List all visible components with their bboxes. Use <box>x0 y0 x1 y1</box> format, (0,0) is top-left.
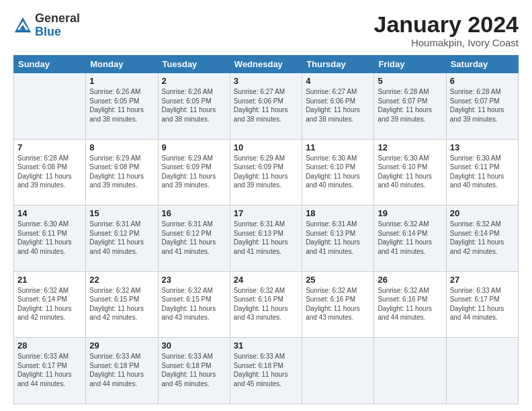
calendar-cell: 14Sunrise: 6:30 AMSunset: 6:11 PMDayligh… <box>14 205 86 272</box>
calendar-cell: 17Sunrise: 6:31 AMSunset: 6:13 PMDayligh… <box>230 205 302 272</box>
day-number: 15 <box>89 208 154 218</box>
calendar-header-thursday: Thursday <box>302 56 374 73</box>
day-info: Sunrise: 6:31 AMSunset: 6:12 PMDaylight:… <box>89 220 154 256</box>
calendar-header-sunday: Sunday <box>14 56 86 73</box>
calendar-cell: 22Sunrise: 6:32 AMSunset: 6:15 PMDayligh… <box>86 271 158 338</box>
day-info: Sunrise: 6:27 AMSunset: 6:06 PMDaylight:… <box>306 87 370 124</box>
day-number: 8 <box>89 142 154 152</box>
day-number: 7 <box>17 142 82 152</box>
day-info: Sunrise: 6:33 AMSunset: 6:18 PMDaylight:… <box>234 352 298 388</box>
calendar-week-row: 1Sunrise: 6:26 AMSunset: 6:05 PMDaylight… <box>14 73 519 140</box>
day-info: Sunrise: 6:31 AMSunset: 6:13 PMDaylight:… <box>234 220 298 256</box>
day-number: 26 <box>378 275 442 285</box>
calendar-cell: 30Sunrise: 6:33 AMSunset: 6:18 PMDayligh… <box>158 338 230 404</box>
calendar-cell: 3Sunrise: 6:27 AMSunset: 6:06 PMDaylight… <box>230 73 302 140</box>
page: General Blue January 2024 Houmakpin, Ivo… <box>0 0 532 411</box>
day-info: Sunrise: 6:32 AMSunset: 6:14 PMDaylight:… <box>450 220 515 256</box>
calendar-cell <box>14 73 86 140</box>
day-info: Sunrise: 6:31 AMSunset: 6:12 PMDaylight:… <box>162 220 226 256</box>
day-number: 20 <box>450 208 515 218</box>
calendar-cell: 23Sunrise: 6:32 AMSunset: 6:15 PMDayligh… <box>158 271 230 338</box>
logo-blue: Blue <box>35 26 80 39</box>
day-info: Sunrise: 6:33 AMSunset: 6:17 PMDaylight:… <box>17 352 82 388</box>
day-number: 4 <box>306 76 370 86</box>
day-number: 18 <box>306 208 370 218</box>
calendar-body: 1Sunrise: 6:26 AMSunset: 6:05 PMDaylight… <box>14 73 519 404</box>
day-info: Sunrise: 6:32 AMSunset: 6:15 PMDaylight:… <box>89 286 154 322</box>
day-info: Sunrise: 6:30 AMSunset: 6:10 PMDaylight:… <box>378 154 442 190</box>
calendar-cell: 21Sunrise: 6:32 AMSunset: 6:14 PMDayligh… <box>14 271 86 338</box>
calendar-cell <box>374 338 446 404</box>
day-info: Sunrise: 6:33 AMSunset: 6:18 PMDaylight:… <box>162 352 226 388</box>
calendar-table: SundayMondayTuesdayWednesdayThursdayFrid… <box>13 55 519 404</box>
day-info: Sunrise: 6:28 AMSunset: 6:07 PMDaylight:… <box>378 87 442 124</box>
calendar-cell: 29Sunrise: 6:33 AMSunset: 6:18 PMDayligh… <box>86 338 158 404</box>
day-info: Sunrise: 6:29 AMSunset: 6:08 PMDaylight:… <box>89 154 154 190</box>
calendar-cell: 6Sunrise: 6:28 AMSunset: 6:07 PMDaylight… <box>446 73 518 140</box>
day-number: 27 <box>450 275 515 285</box>
day-number: 21 <box>17 275 82 285</box>
day-info: Sunrise: 6:32 AMSunset: 6:15 PMDaylight:… <box>162 286 226 322</box>
calendar-cell: 19Sunrise: 6:32 AMSunset: 6:14 PMDayligh… <box>374 205 446 272</box>
calendar-cell: 13Sunrise: 6:30 AMSunset: 6:11 PMDayligh… <box>446 139 518 205</box>
day-number: 1 <box>89 76 154 86</box>
calendar-cell: 4Sunrise: 6:27 AMSunset: 6:06 PMDaylight… <box>302 73 374 140</box>
calendar-cell <box>302 338 374 404</box>
calendar-header-wednesday: Wednesday <box>230 56 302 73</box>
day-info: Sunrise: 6:33 AMSunset: 6:18 PMDaylight:… <box>89 352 154 388</box>
calendar-cell: 26Sunrise: 6:32 AMSunset: 6:16 PMDayligh… <box>374 271 446 338</box>
calendar-header-tuesday: Tuesday <box>158 56 230 73</box>
day-info: Sunrise: 6:30 AMSunset: 6:11 PMDaylight:… <box>450 154 515 190</box>
day-number: 2 <box>162 76 226 86</box>
calendar-cell: 15Sunrise: 6:31 AMSunset: 6:12 PMDayligh… <box>86 205 158 272</box>
day-number: 23 <box>162 275 226 285</box>
day-number: 16 <box>162 208 226 218</box>
day-info: Sunrise: 6:32 AMSunset: 6:16 PMDaylight:… <box>234 286 298 322</box>
calendar-cell: 20Sunrise: 6:32 AMSunset: 6:14 PMDayligh… <box>446 205 518 272</box>
calendar-cell: 11Sunrise: 6:30 AMSunset: 6:10 PMDayligh… <box>302 139 374 205</box>
day-number: 24 <box>234 275 298 285</box>
day-number: 25 <box>306 275 370 285</box>
main-title: January 2024 <box>374 12 519 37</box>
title-block: January 2024 Houmakpin, Ivory Coast <box>374 12 519 48</box>
day-number: 5 <box>378 76 442 86</box>
day-info: Sunrise: 6:33 AMSunset: 6:17 PMDaylight:… <box>450 286 515 322</box>
calendar-week-row: 21Sunrise: 6:32 AMSunset: 6:14 PMDayligh… <box>14 271 519 338</box>
day-info: Sunrise: 6:32 AMSunset: 6:14 PMDaylight:… <box>17 286 82 322</box>
calendar-cell: 25Sunrise: 6:32 AMSunset: 6:16 PMDayligh… <box>302 271 374 338</box>
calendar-cell: 12Sunrise: 6:30 AMSunset: 6:10 PMDayligh… <box>374 139 446 205</box>
calendar-cell: 16Sunrise: 6:31 AMSunset: 6:12 PMDayligh… <box>158 205 230 272</box>
day-number: 9 <box>162 142 226 152</box>
calendar-cell <box>446 338 518 404</box>
calendar-cell: 31Sunrise: 6:33 AMSunset: 6:18 PMDayligh… <box>230 338 302 404</box>
calendar-week-row: 7Sunrise: 6:28 AMSunset: 6:08 PMDaylight… <box>14 139 519 205</box>
calendar-cell: 27Sunrise: 6:33 AMSunset: 6:17 PMDayligh… <box>446 271 518 338</box>
day-number: 22 <box>89 275 154 285</box>
calendar-header-row: SundayMondayTuesdayWednesdayThursdayFrid… <box>14 56 519 73</box>
calendar-header-monday: Monday <box>86 56 158 73</box>
day-number: 31 <box>234 340 298 351</box>
calendar-cell: 7Sunrise: 6:28 AMSunset: 6:08 PMDaylight… <box>14 139 86 205</box>
day-info: Sunrise: 6:29 AMSunset: 6:09 PMDaylight:… <box>234 154 298 190</box>
day-number: 28 <box>17 340 82 351</box>
day-number: 14 <box>17 208 82 218</box>
calendar-cell: 2Sunrise: 6:26 AMSunset: 6:05 PMDaylight… <box>158 73 230 140</box>
day-number: 10 <box>234 142 298 152</box>
calendar-cell: 28Sunrise: 6:33 AMSunset: 6:17 PMDayligh… <box>14 338 86 404</box>
calendar-week-row: 14Sunrise: 6:30 AMSunset: 6:11 PMDayligh… <box>14 205 519 272</box>
day-number: 12 <box>378 142 442 152</box>
day-info: Sunrise: 6:32 AMSunset: 6:16 PMDaylight:… <box>306 286 370 322</box>
day-number: 19 <box>378 208 442 218</box>
day-number: 6 <box>450 76 515 86</box>
calendar-cell: 8Sunrise: 6:29 AMSunset: 6:08 PMDaylight… <box>86 139 158 205</box>
day-info: Sunrise: 6:31 AMSunset: 6:13 PMDaylight:… <box>306 220 370 256</box>
calendar-cell: 5Sunrise: 6:28 AMSunset: 6:07 PMDaylight… <box>374 73 446 140</box>
day-info: Sunrise: 6:27 AMSunset: 6:06 PMDaylight:… <box>234 87 298 124</box>
day-info: Sunrise: 6:26 AMSunset: 6:05 PMDaylight:… <box>162 87 226 124</box>
calendar-cell: 1Sunrise: 6:26 AMSunset: 6:05 PMDaylight… <box>86 73 158 140</box>
calendar-cell: 9Sunrise: 6:29 AMSunset: 6:09 PMDaylight… <box>158 139 230 205</box>
calendar-header-saturday: Saturday <box>446 56 518 73</box>
day-info: Sunrise: 6:32 AMSunset: 6:16 PMDaylight:… <box>378 286 442 322</box>
day-number: 29 <box>89 340 154 351</box>
day-info: Sunrise: 6:30 AMSunset: 6:10 PMDaylight:… <box>306 154 370 190</box>
